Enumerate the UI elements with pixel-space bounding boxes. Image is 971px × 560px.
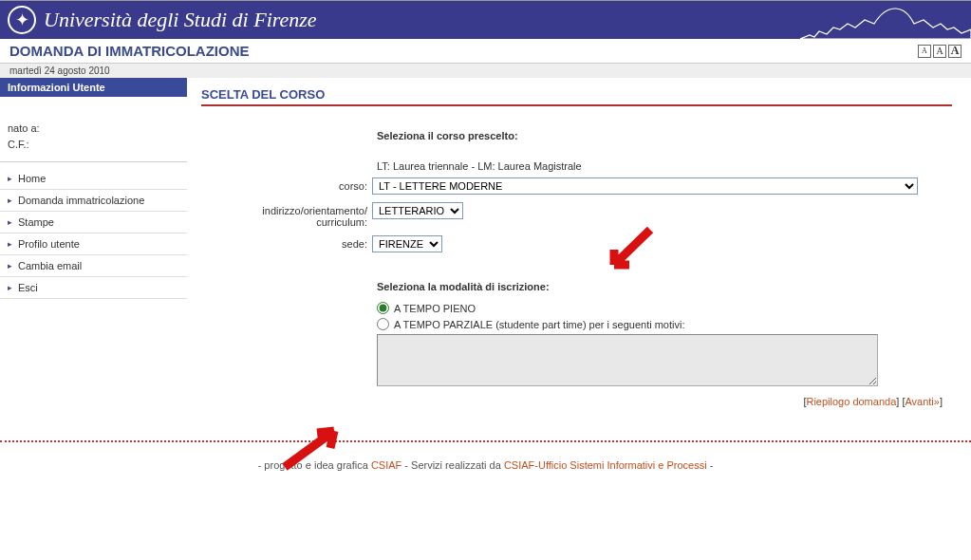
section-title: SCELTA DEL CORSO — [201, 87, 952, 106]
indirizzo-label: indirizzo/orientamento/ curriculum: — [220, 202, 372, 228]
radio-fulltime-label: A TEMPO PIENO — [394, 303, 476, 314]
indirizzo-select[interactable]: LETTERARIO — [372, 202, 463, 219]
page-title-bar: DOMANDA DI IMMATRICOLAZIONE A A A — [0, 39, 971, 64]
footer-text: - Servizi realizzati da — [401, 459, 504, 471]
header-banner: ✦ Università degli Studi di Firenze — [0, 0, 971, 39]
nav-stampe[interactable]: Stampe — [0, 212, 187, 233]
nav-domanda[interactable]: Domanda immatricolazione — [0, 190, 187, 212]
nav-esci[interactable]: Esci — [0, 277, 187, 299]
parttime-reason-textarea[interactable] — [377, 334, 878, 386]
nato-label: nato a: — [8, 122, 40, 134]
nav-list: Home Domanda immatricolazione Stampe Pro… — [0, 162, 187, 305]
nav-label: Home — [18, 173, 46, 184]
page-title: DOMANDA DI IMMATRICOLAZIONE — [9, 43, 249, 59]
nav-label: Esci — [18, 282, 38, 293]
nav-label: Domanda immatricolazione — [18, 195, 144, 206]
university-seal-icon: ✦ — [8, 6, 36, 34]
sidebar-header: Informazioni Utente — [0, 78, 187, 97]
nav-label: Stampe — [18, 216, 54, 228]
select-course-heading: Seleziona il corso prescelto: — [220, 130, 952, 141]
footer-link-csiaf[interactable]: CSIAF — [371, 459, 401, 471]
sede-select[interactable]: FIRENZE — [372, 235, 442, 252]
font-large-button[interactable]: A — [948, 45, 962, 58]
cf-label: C.F.: — [8, 139, 29, 150]
nav-label: Profilo utente — [18, 238, 80, 250]
font-size-controls: A A A — [918, 45, 962, 58]
bottom-links: [Riepilogo domanda] [Avanti»] — [220, 396, 952, 407]
corso-select[interactable]: LT - LETTERE MODERNE — [372, 177, 918, 195]
course-legend: LT: Laurea triennale - LM: Laurea Magist… — [220, 160, 952, 172]
date-bar: martedì 24 agosto 2010 — [0, 64, 971, 78]
corso-label: corso: — [220, 177, 372, 192]
sede-label: sede: — [220, 235, 372, 250]
skyline-icon — [800, 1, 971, 39]
sidebar: Informazioni Utente nato a: C.F.: Home D… — [0, 78, 187, 417]
footer-link-csiaf2[interactable]: CSIAF-Ufficio Sistemi Informativi e Proc… — [504, 459, 707, 471]
nav-home[interactable]: Home — [0, 168, 187, 190]
radio-parttime-label: A TEMPO PARZIALE (studente part time) pe… — [394, 319, 685, 330]
divider — [0, 440, 971, 442]
university-name: Università degli Studi di Firenze — [44, 8, 317, 32]
riepilogo-link[interactable]: Riepilogo domanda — [806, 396, 896, 407]
footer: - progetto e idea grafica CSIAF - Serviz… — [0, 450, 971, 509]
footer-text: - — [707, 459, 714, 471]
footer-text: - progetto e idea grafica — [258, 459, 371, 471]
nav-profilo[interactable]: Profilo utente — [0, 233, 187, 255]
font-medium-button[interactable]: A — [933, 45, 946, 58]
avanti-link[interactable]: Avanti» — [905, 396, 940, 407]
radio-parttime[interactable] — [377, 318, 389, 330]
font-small-button[interactable]: A — [918, 45, 931, 58]
nav-email[interactable]: Cambia email — [0, 255, 187, 277]
nav-label: Cambia email — [18, 260, 82, 271]
modalita-heading: Seleziona la modalità di iscrizione: — [220, 281, 952, 292]
user-info: nato a: C.F.: — [0, 97, 187, 162]
radio-fulltime[interactable] — [377, 302, 389, 314]
main-content: SCELTA DEL CORSO Seleziona il corso pres… — [187, 78, 971, 417]
